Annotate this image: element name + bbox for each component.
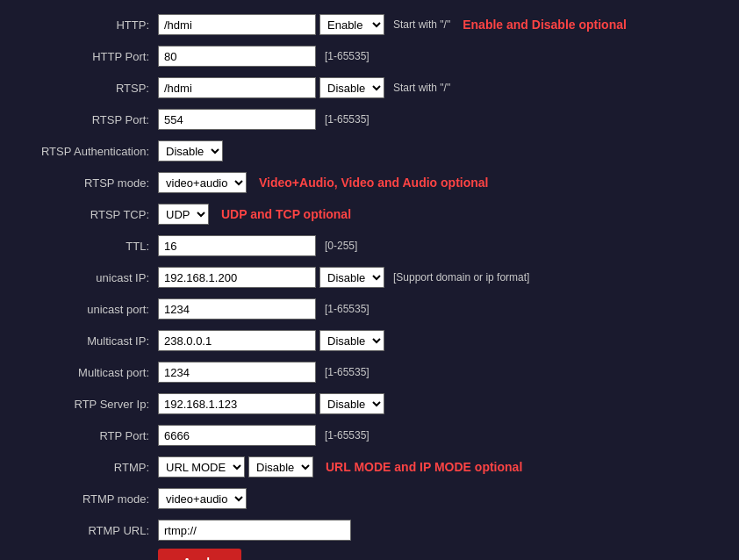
apply-spacer (18, 546, 158, 560)
rtmp-mode-select[interactable]: URL MODE IP MODE (158, 456, 245, 477)
multicast-ip-select[interactable]: Disable Enable (319, 330, 384, 351)
rtmp-url-label: RTMP URL: (18, 514, 158, 546)
rtsp-port-hint: [1-65535] (325, 113, 370, 126)
multicast-ip-input[interactable] (158, 330, 316, 351)
rtsp-enable-select[interactable]: Enable Disable (319, 77, 384, 98)
unicast-ip-hint: [Support domain or ip format] (393, 271, 529, 284)
http-enable-select[interactable]: Enable Disable (319, 14, 384, 35)
http-hint: Start with "/" (393, 18, 450, 31)
http-input[interactable] (158, 14, 316, 35)
rtsp-mode-note: Video+Audio, Video and Audio optional (259, 176, 488, 190)
unicast-ip-label: unicast IP: (18, 262, 158, 293)
apply-button[interactable]: Apply (158, 549, 241, 560)
rtsp-label: RTSP: (18, 72, 158, 104)
rtsp-port-label: RTSP Port: (18, 104, 158, 135)
rtsp-tcp-controls: UDP TCP UDP and TCP optional (158, 198, 721, 230)
rtsp-mode-label: RTSP mode: (18, 167, 158, 198)
rtp-server-input[interactable] (158, 393, 316, 414)
rtmp-mode2-select[interactable]: video+audio video audio (158, 488, 247, 509)
unicast-port-controls: [1-65535] (158, 293, 721, 325)
http-note: Enable and Disable optional (463, 18, 627, 32)
multicast-port-hint: [1-65535] (325, 366, 370, 378)
rtmp-url-input[interactable] (158, 520, 351, 541)
rtmp-mode-label: RTMP mode: (18, 483, 158, 514)
rtmp-url-controls (158, 514, 721, 546)
rtsp-tcp-note: UDP and TCP optional (221, 207, 351, 221)
rtsp-input[interactable] (158, 77, 316, 98)
ttl-hint: [0-255] (325, 240, 357, 252)
rtp-port-label: RTP Port: (18, 420, 158, 451)
rtmp-controls: URL MODE IP MODE Disable Enable URL MODE… (158, 451, 721, 483)
http-port-hint: [1-65535] (325, 50, 370, 62)
rtsp-auth-controls: Disable Enable (158, 135, 721, 167)
rtp-port-controls: [1-65535] (158, 420, 721, 451)
unicast-ip-input[interactable] (158, 267, 316, 288)
rtp-server-controls: Disable Enable (158, 388, 721, 420)
unicast-port-label: unicast port: (18, 293, 158, 325)
multicast-ip-label: Multicast IP: (18, 325, 158, 356)
multicast-port-input[interactable] (158, 362, 316, 383)
rtmp-note: URL MODE and IP MODE optional (326, 460, 522, 474)
ttl-controls: [0-255] (158, 230, 721, 262)
rtmp-enable-select[interactable]: Disable Enable (248, 456, 313, 477)
rtp-port-hint: [1-65535] (325, 429, 370, 442)
rtp-port-input[interactable] (158, 425, 316, 446)
http-port-input[interactable] (158, 46, 316, 67)
unicast-port-input[interactable] (158, 298, 316, 319)
rtmp-label: RTMP: (18, 451, 158, 483)
multicast-ip-controls: Disable Enable (158, 325, 721, 356)
ttl-input[interactable] (158, 235, 316, 256)
rtsp-mode-select[interactable]: video+audio video audio (158, 172, 247, 193)
unicast-port-hint: [1-65535] (325, 303, 370, 315)
rtsp-tcp-label: RTSP TCP: (18, 198, 158, 230)
unicast-ip-select[interactable]: Disable Enable (319, 267, 384, 288)
rtsp-mode-controls: video+audio video audio Video+Audio, Vid… (158, 167, 721, 198)
http-controls: Enable Disable Start with "/" Enable and… (158, 9, 721, 40)
http-port-label: HTTP Port: (18, 40, 158, 72)
multicast-port-controls: [1-65535] (158, 356, 721, 388)
http-port-controls: [1-65535] (158, 40, 721, 72)
rtp-server-select[interactable]: Disable Enable (319, 393, 384, 414)
apply-controls: Apply (158, 546, 721, 560)
rtsp-auth-select[interactable]: Disable Enable (158, 140, 223, 162)
rtsp-auth-label: RTSP Authentication: (18, 135, 158, 167)
ttl-label: TTL: (18, 230, 158, 262)
rtsp-hint: Start with "/" (393, 82, 450, 94)
multicast-port-label: Multicast port: (18, 356, 158, 388)
rtsp-controls: Enable Disable Start with "/" (158, 72, 721, 104)
http-label: HTTP: (18, 9, 158, 40)
rtp-server-label: RTP Server Ip: (18, 388, 158, 420)
unicast-ip-controls: Disable Enable [Support domain or ip for… (158, 262, 721, 293)
rtsp-tcp-select[interactable]: UDP TCP (158, 204, 209, 225)
rtsp-port-input[interactable] (158, 109, 316, 130)
rtmp-mode-controls: video+audio video audio (158, 483, 721, 514)
rtsp-port-controls: [1-65535] (158, 104, 721, 135)
